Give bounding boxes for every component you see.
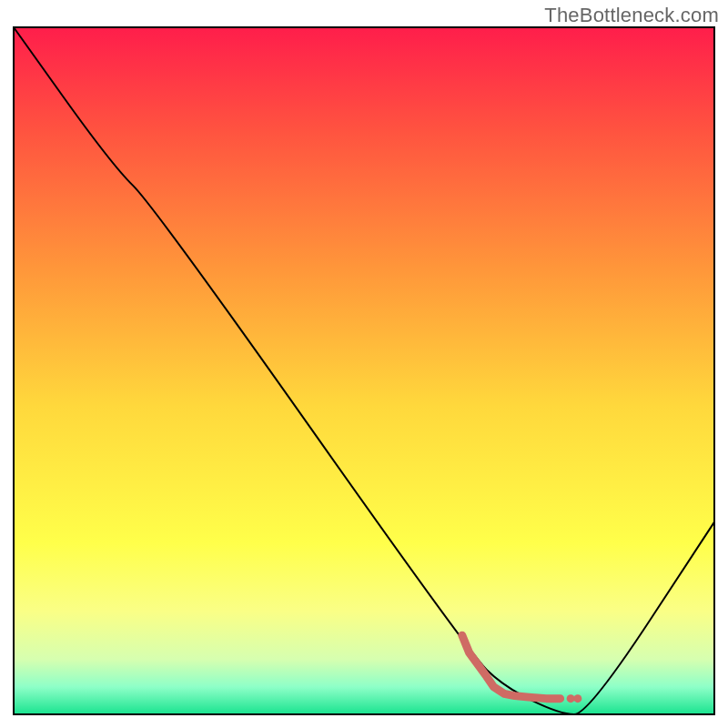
- highlight-dot: [573, 694, 581, 703]
- plot-background: [14, 27, 714, 714]
- chart-container: { "attribution": "TheBottleneck.com", "c…: [0, 0, 728, 728]
- highlight-dot: [567, 694, 575, 703]
- chart-svg: [0, 0, 728, 728]
- attribution-text: TheBottleneck.com: [544, 4, 719, 27]
